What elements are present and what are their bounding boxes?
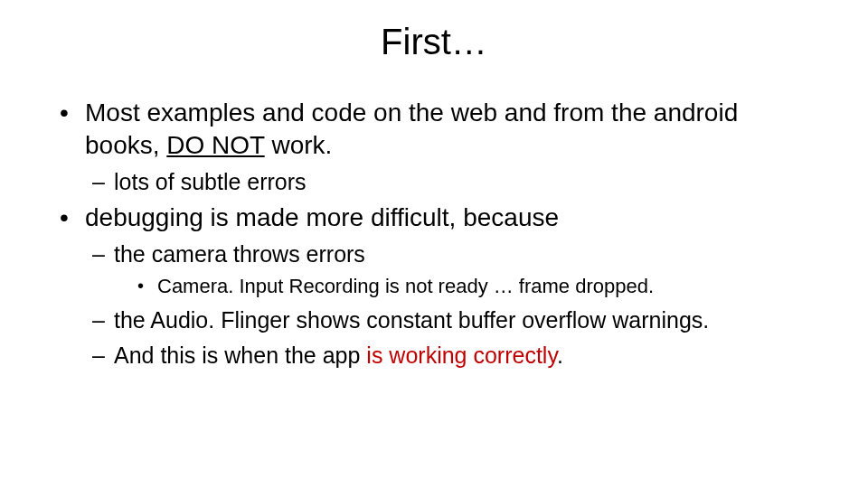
text: lots of subtle errors	[114, 169, 307, 194]
text-underline: DO NOT	[166, 131, 264, 159]
text: debugging is made more difficult, becaus…	[85, 203, 559, 231]
bullet-level2: the Audio. Flinger shows constant buffer…	[51, 305, 817, 335]
text: the Audio. Flinger shows constant buffer…	[114, 307, 709, 333]
bullet-level1: Most examples and code on the web and fr…	[51, 97, 817, 162]
slide-title: First…	[0, 22, 868, 62]
text: And this is when the app	[114, 343, 366, 368]
text-emphasis-red: is working correctly	[366, 343, 557, 368]
bullet-level2: the camera throws errors	[51, 239, 817, 269]
text: work.	[265, 131, 333, 159]
text: the camera throws errors	[114, 241, 365, 267]
bullet-level2: lots of subtle errors	[51, 167, 817, 197]
bullet-level3: Camera. Input Recording is not ready … f…	[51, 274, 817, 300]
text: Camera. Input Recording is not ready … f…	[157, 275, 654, 297]
bullet-level2: And this is when the app is working corr…	[51, 341, 817, 371]
text: .	[557, 343, 563, 368]
bullet-level1: debugging is made more difficult, becaus…	[51, 202, 817, 234]
slide-body: Most examples and code on the web and fr…	[0, 97, 868, 370]
